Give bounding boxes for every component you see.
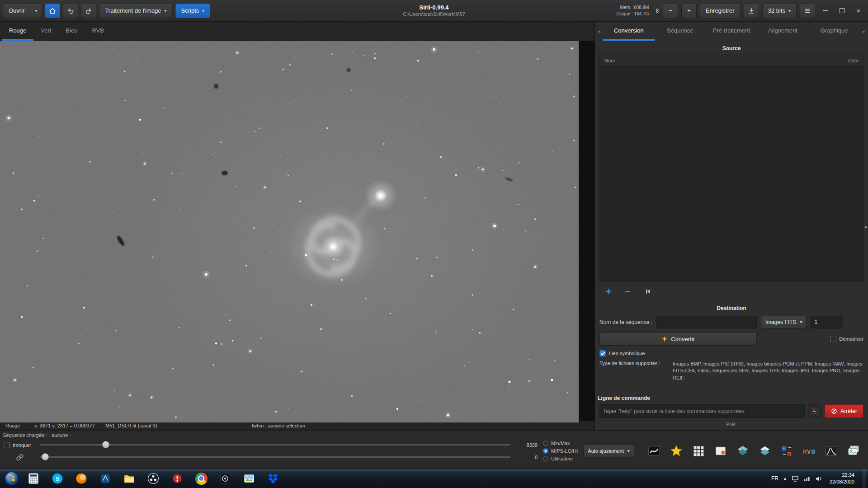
obs-app-button[interactable] [145,470,161,487]
convert-button[interactable]: Convertir [599,332,757,346]
debayer-checkbox[interactable] [830,336,836,342]
channel-tab-bleu[interactable]: Bleu [58,22,85,41]
high-level-slider[interactable] [40,439,510,451]
supported-files-info: Type de fichiers supportés : Images BMP,… [599,361,863,381]
skype-app-button[interactable]: S [49,470,66,487]
monitor-icon[interactable] [792,475,799,482]
image-list-icon [847,444,860,458]
scripts-menu-button[interactable]: Scripts ▾ [175,4,211,18]
header-bar: Ouvrir ▾ Traitement de l'image ▾ Scripts… [0,0,868,22]
debayer-label: Dématricer [839,336,863,342]
memory-info: Mem : 608.9M Disque : 164.7G [616,5,649,17]
close-button[interactable]: × [852,4,865,18]
start-button[interactable] [0,469,24,488]
command-list-button[interactable] [808,404,821,418]
mode-radio-utilisateur[interactable] [543,456,548,461]
language-indicator[interactable]: FR [771,475,778,482]
slider-handle[interactable] [42,453,49,460]
tabs-scroll-left-icon[interactable]: ◂ [595,22,603,41]
open-button-group: Ouvrir ▾ [3,4,42,18]
slider-handle[interactable] [102,441,109,448]
link-sliders-button[interactable] [13,453,27,461]
output-format-select[interactable]: Images FITS ▾ [761,316,807,328]
chevron-down-icon: ▾ [35,9,37,13]
channel-tab-vert[interactable]: Vert [33,22,58,41]
maximize-button[interactable] [835,4,849,18]
channel-tab-rouge[interactable]: Rouge [2,22,33,41]
photometry-button[interactable] [668,443,684,459]
remove-files-button[interactable]: − [625,286,630,296]
grid-button[interactable] [690,443,707,459]
command-line-title: Ligne de commande [598,395,863,401]
sequence-name-input[interactable] [656,316,757,328]
panel-tab-pretraitement[interactable]: Pré-traitement [706,22,757,41]
histogram-button[interactable] [823,443,840,459]
clear-list-button[interactable] [644,288,652,295]
chrome-app-button[interactable] [193,470,209,487]
save-as-button[interactable] [744,4,759,18]
explorer-app-button[interactable] [121,470,137,487]
image-processing-menu-button[interactable]: Traitement de l'image ▾ [99,4,172,18]
undo-button[interactable] [63,4,78,18]
panel-tab-sequence[interactable]: Séquence [655,22,706,41]
home-button[interactable] [45,4,60,18]
panel-tab-conversion[interactable]: Conversion [603,22,655,41]
low-level-slider[interactable] [40,451,510,463]
calculator-app-button[interactable] [25,470,42,487]
auto-adjust-select[interactable]: Auto ajustement ▾ [583,445,634,457]
mode-radio-mipslohi[interactable] [543,448,548,454]
blue-app-button[interactable] [97,470,113,487]
stop-button[interactable]: Arrêter [825,404,863,418]
command-input[interactable] [599,404,805,418]
chevron-down-icon: ▾ [202,9,204,13]
red-app-button[interactable] [169,470,185,487]
hidden-icons-button[interactable]: ▲ [783,476,787,481]
save-button[interactable]: Enregistrer [700,4,741,18]
minimize-button[interactable] [818,4,832,18]
show-desktop-button[interactable] [862,469,866,488]
panel-collapse-arrow[interactable]: ▸ [865,224,868,230]
hamburger-menu-button[interactable] [800,4,815,18]
clock-time: 22:34 [830,472,854,479]
panel-tab-graphique[interactable]: Graphique [808,22,860,41]
rgb-composition-button[interactable]: RVB [801,443,817,459]
dropbox-app-button[interactable] [265,470,281,487]
header-right-cluster: Mem : 608.9M Disque : 164.7G 8 − + Enreg… [616,4,865,18]
column-header-date[interactable]: Date [848,58,859,63]
tabs-scroll-right-icon[interactable]: ▸ [860,22,868,41]
disk-usage: Disque : 164.7G [616,11,649,17]
source-file-list[interactable] [600,66,863,281]
symlink-checkbox[interactable] [599,350,606,357]
channel-tab-bar: Rouge Vert Bleu RVB [0,22,594,41]
zoom-in-button[interactable]: + [681,4,697,18]
image-canvas[interactable] [0,41,594,421]
volume-icon[interactable] [815,475,822,482]
open-button[interactable]: Ouvrir [3,4,30,18]
negative-view-button[interactable] [646,443,662,459]
channel-swap-button[interactable]: BR [779,443,795,459]
camera-app-button[interactable] [217,470,233,487]
channel-tab-rvb[interactable]: RVB [85,22,111,41]
photo-viewer-icon [243,472,255,485]
firefox-app-button[interactable] [73,470,90,487]
add-files-button[interactable]: + [606,286,611,296]
zoom-out-button[interactable]: − [663,4,678,18]
image-processing-label: Traitement de l'image [105,7,161,14]
open-dropdown-button[interactable]: ▾ [30,4,42,18]
mode-radio-minmax[interactable] [543,441,548,446]
taskbar-clock[interactable]: 22:34 22/08/2020 [827,472,857,485]
network-icon[interactable] [803,475,811,482]
bit-depth-select[interactable]: 32 bits ▾ [762,4,797,18]
panel-tab-alignement[interactable]: Alignement [757,22,809,41]
snapshot-button[interactable] [712,443,729,459]
image-list-button[interactable] [845,443,862,459]
command-row: Arrêter [599,404,863,418]
photo-viewer-app-button[interactable] [241,470,257,487]
layers-button[interactable] [735,443,751,459]
redo-button[interactable] [81,4,96,18]
column-header-nom[interactable]: Nom [604,58,615,63]
truncate-checkbox[interactable] [4,442,10,448]
start-index-input[interactable] [811,316,843,328]
status-fwhm: fwhm : aucune sélection [252,423,305,428]
compositing-button[interactable] [757,443,773,459]
